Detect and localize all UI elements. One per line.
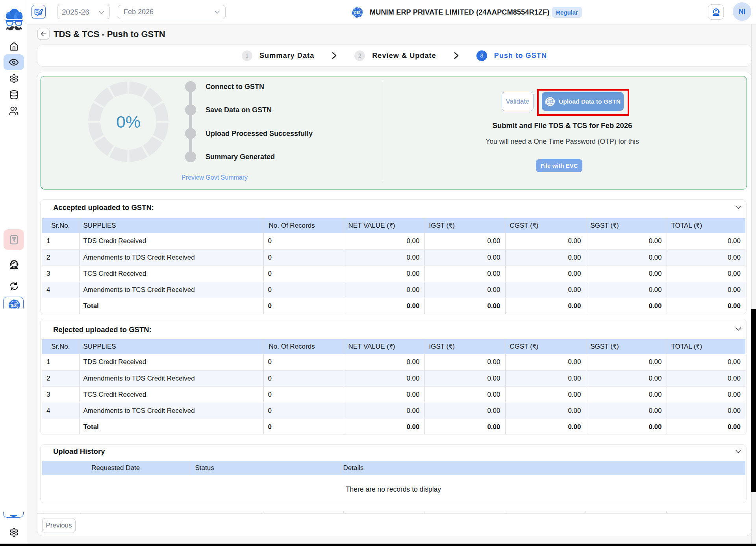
svg-text:GST: GST [11, 303, 19, 308]
svg-text:GST: GST [354, 10, 361, 15]
svg-text:GST: GST [547, 100, 554, 104]
